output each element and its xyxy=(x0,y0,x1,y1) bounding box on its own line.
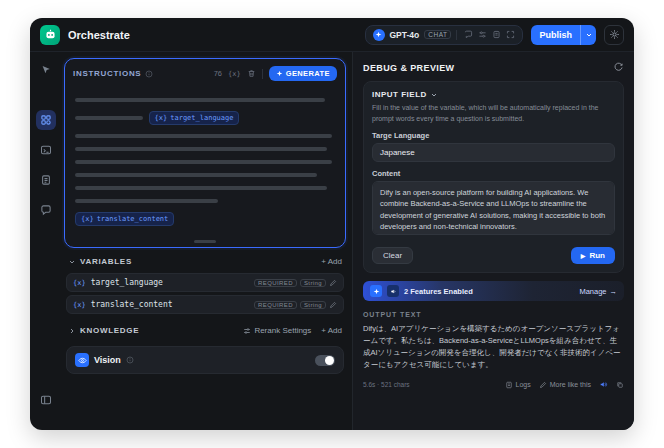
publish-chevron-down-icon[interactable] xyxy=(580,25,596,45)
params-sliders-icon[interactable] xyxy=(478,30,487,39)
logs-button[interactable]: Logs xyxy=(505,381,531,389)
content-label: Content xyxy=(372,169,615,178)
page-title: Orchestrate xyxy=(68,29,130,41)
settings-gear-icon[interactable] xyxy=(604,25,624,45)
trash-icon[interactable] xyxy=(247,69,256,78)
chevron-right-icon[interactable] xyxy=(68,327,76,335)
variable-glyph: {x} xyxy=(73,279,86,287)
prompt-editor[interactable]: {x} target_language {x} translate_conten… xyxy=(65,85,345,236)
target-language-select[interactable]: Japanese xyxy=(372,143,615,162)
model-selector[interactable]: GPT-4o CHAT xyxy=(365,25,524,45)
variable-chip-label: translate_content xyxy=(97,215,169,223)
required-badge: REQUIRED xyxy=(254,279,297,287)
more-like-this-button[interactable]: More like this xyxy=(539,381,591,389)
type-badge: String xyxy=(300,279,326,287)
vision-toggle[interactable] xyxy=(315,355,335,366)
vision-label: Vision xyxy=(94,355,121,365)
debug-header: DEBUG & PREVIEW xyxy=(363,60,624,81)
skeleton-line xyxy=(75,116,143,120)
instructions-card[interactable]: INSTRUCTIONS 76 {x} GENERATE xyxy=(64,58,346,248)
rerank-settings-button[interactable]: Rerank Settings xyxy=(243,326,311,335)
variable-name: translate_content xyxy=(91,300,173,309)
generate-label: GENERATE xyxy=(286,69,330,78)
prompt-log-icon[interactable] xyxy=(492,30,501,39)
model-mode-chip: CHAT xyxy=(424,30,451,39)
orchestrate-panel: INSTRUCTIONS 76 {x} GENERATE xyxy=(62,52,352,430)
variable-chip-target-language[interactable]: {x} target_language xyxy=(149,111,240,125)
generate-button[interactable]: GENERATE xyxy=(269,66,337,81)
top-bar: Orchestrate GPT-4o CHAT Publish xyxy=(30,18,634,52)
type-badge: String xyxy=(300,301,326,309)
token-count: 76 xyxy=(214,69,222,78)
run-label: Run xyxy=(589,251,605,260)
publish-label: Publish xyxy=(531,30,580,40)
add-knowledge-button[interactable]: + Add xyxy=(321,326,342,335)
sidebar-item-api-access[interactable] xyxy=(36,140,56,160)
output-meta-row: 5.6s · 521 chars Logs More like this xyxy=(363,380,624,389)
speaker-icon[interactable] xyxy=(599,380,608,389)
instructions-toolbar: 76 {x} GENERATE xyxy=(214,66,337,81)
toggle-knob xyxy=(325,356,334,365)
output-text-title: OUTPUT TEXT xyxy=(363,311,624,318)
divider xyxy=(456,30,457,40)
app-logo-icon[interactable] xyxy=(40,25,60,45)
edit-variable-icon[interactable] xyxy=(329,301,337,309)
copy-icon[interactable] xyxy=(616,381,624,389)
skeleton-line xyxy=(75,147,327,151)
instructions-header: INSTRUCTIONS 76 {x} GENERATE xyxy=(65,59,345,85)
prompt-line: {x} translate_content xyxy=(75,212,335,226)
feature-spark-icon xyxy=(370,285,382,297)
resize-handle[interactable] xyxy=(194,240,216,243)
variable-chip-translate-content[interactable]: {x} translate_content xyxy=(75,212,174,226)
arrow-right-icon: → xyxy=(610,287,618,296)
debug-actions: Clear ▶ Run xyxy=(372,247,615,264)
sidebar-rail xyxy=(30,52,62,430)
sidebar-item-annotations[interactable] xyxy=(36,200,56,220)
manage-features-button[interactable]: Manage → xyxy=(579,287,617,296)
divider xyxy=(262,69,263,79)
sidebar-item-logs[interactable] xyxy=(36,170,56,190)
variables-header: VARIABLES + Add xyxy=(64,248,346,270)
rerank-settings-label: Rerank Settings xyxy=(254,326,311,335)
publish-button[interactable]: Publish xyxy=(531,25,596,45)
variable-name: target_language xyxy=(91,278,163,287)
input-field-description: Fill in the value of the variable, which… xyxy=(372,103,615,124)
input-field-card: INPUT FIELD Fill in the value of the var… xyxy=(363,81,624,273)
run-button[interactable]: ▶ Run xyxy=(571,247,615,264)
prompt-line: {x} target_language xyxy=(75,111,335,125)
expand-icon[interactable] xyxy=(506,30,515,39)
chevron-down-icon[interactable] xyxy=(68,258,76,266)
variable-row-target-language[interactable]: {x} target_language REQUIRED String xyxy=(66,273,344,292)
chat-settings-icon[interactable] xyxy=(464,30,473,39)
skeleton-line xyxy=(75,199,218,203)
more-like-this-label: More like this xyxy=(550,381,591,388)
pointer-icon[interactable] xyxy=(36,60,56,80)
debug-preview-panel: DEBUG & PREVIEW INPUT FIELD Fill in the … xyxy=(352,52,634,430)
variable-chip-label: target_language xyxy=(170,114,233,122)
variable-row-translate-content[interactable]: {x} translate_content REQUIRED String xyxy=(66,295,344,314)
required-badge: REQUIRED xyxy=(254,301,297,309)
chevron-down-icon xyxy=(430,91,438,99)
edit-variable-icon[interactable] xyxy=(329,279,337,287)
app-window: Orchestrate GPT-4o CHAT Publish xyxy=(30,18,634,430)
model-quick-actions xyxy=(464,30,515,39)
skeleton-line xyxy=(75,186,327,190)
manage-label: Manage xyxy=(579,287,606,296)
target-language-label: Targe Language xyxy=(372,131,615,140)
feature-speech-icon xyxy=(387,285,399,297)
instructions-title: INSTRUCTIONS xyxy=(73,69,141,78)
clear-button[interactable]: Clear xyxy=(372,247,413,264)
info-icon xyxy=(145,70,153,78)
input-field-header[interactable]: INPUT FIELD xyxy=(372,90,615,99)
skeleton-line xyxy=(75,160,332,164)
vision-feature-row: Vision xyxy=(66,346,344,374)
features-enabled-bar[interactable]: 2 Features Enabled Manage → xyxy=(363,281,624,301)
skeleton-line xyxy=(75,98,325,102)
insert-variable-icon[interactable]: {x} xyxy=(228,70,241,78)
model-name: GPT-4o xyxy=(390,30,420,40)
sidebar-item-orchestrate[interactable] xyxy=(36,110,56,130)
content-textarea[interactable]: Dify is an open-source platform for buil… xyxy=(372,181,615,235)
collapse-sidebar-icon[interactable] xyxy=(36,390,56,410)
refresh-icon[interactable] xyxy=(613,62,624,73)
add-variable-button[interactable]: + Add xyxy=(321,257,342,266)
